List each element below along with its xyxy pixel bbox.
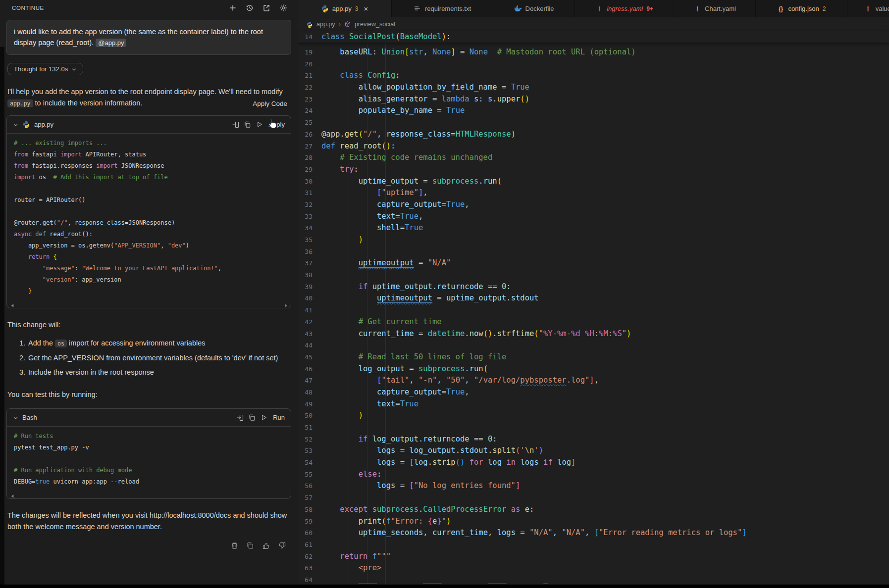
line-number: 60	[298, 529, 321, 537]
bash-code: # Run testspytest test_app.py -v# Run ap…	[7, 427, 291, 498]
code-line: 63 <pre>	[298, 563, 889, 575]
tab-label: requirements.txt	[425, 5, 471, 12]
python-code: # ... existing imports ...from fastapi i…	[7, 134, 291, 308]
changes-list: Add the os import for accessing environm…	[6, 338, 291, 378]
line-number: 30	[298, 178, 321, 185]
python-icon	[321, 5, 329, 13]
run-button[interactable]: Run	[273, 414, 285, 421]
scroll-left-icon[interactable]	[10, 301, 15, 305]
line-number: 64	[298, 576, 321, 584]
code-line: 39 if uptime_output.returncode == 0:	[298, 282, 889, 294]
tab-ingress.yaml[interactable]: !ingress.yaml9+	[575, 0, 674, 17]
user-message[interactable]: i would like to add the app version (the…	[6, 20, 291, 55]
chevron-right-icon: ›	[339, 20, 341, 28]
code-line: "message": "Welcome to your FastAPI appl…	[14, 265, 284, 276]
line-number: 39	[298, 283, 321, 291]
line-number: 58	[298, 506, 321, 513]
chevron-down-icon[interactable]	[13, 121, 18, 129]
code-line: 38	[298, 270, 889, 282]
line-number: 19	[298, 49, 321, 56]
line-number: 27	[298, 143, 321, 150]
sticky-scope-line[interactable]: 14class SocialPost(BaseModel):	[298, 31, 889, 43]
code-line: 27def read_root():	[298, 142, 889, 153]
line-number: 47	[298, 377, 321, 384]
line-number: 48	[298, 389, 321, 396]
problem-badge: 3	[355, 5, 359, 12]
code-line: 24 populate_by_name = True	[298, 106, 889, 118]
play-icon[interactable]	[260, 414, 268, 422]
line-number: 22	[298, 84, 321, 91]
tab-label: app.py	[332, 5, 352, 12]
code-line: 14class SocialPost(BaseModel):	[298, 31, 889, 43]
line-number: 41	[298, 306, 321, 314]
close-icon[interactable]: ×	[364, 4, 368, 13]
breadcrumb[interactable]: app.py › preview_social	[298, 17, 889, 31]
code-line: 30 uptime_output = subprocess.run(	[298, 177, 889, 189]
apply-code-button[interactable]: Apply Code	[253, 100, 287, 107]
code-line: 32 capture_output=True,	[298, 200, 889, 212]
breadcrumb-symbol[interactable]: preview_social	[355, 21, 395, 28]
scroll-left-icon[interactable]	[10, 491, 15, 496]
copy-icon[interactable]	[248, 414, 256, 422]
history-icon[interactable]	[246, 4, 254, 12]
play-icon[interactable]	[256, 121, 263, 129]
code-line: 25	[298, 118, 889, 130]
thumbs-down-icon[interactable]	[278, 541, 286, 550]
copy-icon[interactable]	[244, 121, 252, 129]
tab-Chart.yaml[interactable]: !Chart.yaml	[674, 0, 756, 17]
tab-config.json[interactable]: {}config.json2	[756, 0, 847, 17]
code-line: 40 uptimeoutput = uptime_output.stdout	[298, 294, 889, 305]
insert-icon[interactable]	[236, 414, 244, 422]
code-line: 22 allow_population_by_field_name = True	[298, 83, 889, 95]
code-area[interactable]: 19 baseURL: Union[str, None] = None # Ma…	[298, 43, 889, 588]
line-number: 40	[298, 294, 321, 302]
line-number: 23	[298, 96, 321, 103]
scroll-right-icon[interactable]	[284, 301, 288, 305]
thought-toggle[interactable]: Thought for 132.0s	[7, 63, 83, 75]
inline-code-chip: app.py	[7, 99, 33, 107]
code-line: 58 except subprocess.CalledProcessError …	[298, 505, 889, 517]
code-line: 61	[298, 540, 889, 552]
code-line: 45 # Read last 50 lines of log file	[298, 352, 889, 364]
copy-icon[interactable]	[246, 541, 255, 550]
gear-icon[interactable]	[279, 4, 288, 12]
code-block-header: Bash Run	[7, 409, 291, 427]
apply-button[interactable]: Apply	[268, 121, 285, 128]
chat-header: CONTINUE	[0, 0, 298, 16]
list-icon	[414, 5, 421, 13]
code-block-header: app.py Apply	[7, 116, 291, 134]
code-line: 43 current_time = datetime.now().strftim…	[298, 329, 889, 341]
line-number: 59	[298, 518, 321, 525]
tab-Dockerfile[interactable]: Dockerfile	[493, 0, 575, 17]
tab-values.yaml[interactable]: !values.yaml	[847, 0, 889, 17]
code-line: 59 print(f"Error: {e}")	[298, 517, 889, 529]
message-actions	[6, 541, 286, 550]
code-line	[14, 208, 284, 219]
line-number: 55	[298, 471, 321, 478]
code-block-title: app.py	[34, 121, 53, 128]
code-line: 56 logs = ["No log entries found"]	[298, 481, 889, 493]
chevron-down-icon[interactable]	[13, 414, 18, 422]
code-line: }	[14, 288, 284, 299]
tab-label: ingress.yaml	[607, 5, 643, 12]
code-line: 53 logs = log_output.stdout.split('\n')	[298, 446, 889, 458]
open-editor-icon[interactable]	[262, 4, 271, 12]
file-mention-chip[interactable]: @app.py	[96, 39, 126, 47]
braces-icon: {}	[777, 5, 785, 13]
code-line: 26@app.get("/", response_class=HTMLRespo…	[298, 130, 889, 142]
tab-requirements.txt[interactable]: requirements.txt	[392, 0, 493, 17]
thumbs-up-icon[interactable]	[262, 541, 270, 550]
code-line: 44	[298, 341, 889, 352]
tab-app.py[interactable]: app.py3×	[298, 0, 392, 17]
chevron-down-icon	[71, 66, 77, 72]
breadcrumb-file[interactable]: app.py	[316, 21, 335, 28]
code-line: 37 uptimeoutput = "N/A"	[298, 258, 889, 270]
insert-icon[interactable]	[232, 121, 240, 129]
plus-icon[interactable]	[229, 4, 237, 12]
code-line: 28 # Existing code remains unchanged	[298, 153, 889, 165]
trash-icon[interactable]	[230, 541, 239, 550]
line-number: 37	[298, 259, 321, 267]
code-line: 42 # Get current time	[298, 317, 889, 329]
changes-intro: This change will:	[7, 319, 290, 331]
code-line	[14, 455, 284, 467]
